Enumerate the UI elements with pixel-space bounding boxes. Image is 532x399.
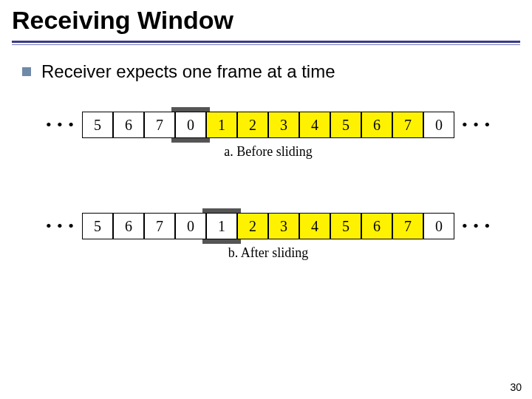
cell-value: 1 [218,218,225,235]
bullet-text: Receiver expects one frame at a time [41,61,335,82]
sequence-cell: 6 [113,213,144,239]
sequence-cell: 7 [144,213,175,239]
sequence-cell: 5 [82,213,113,239]
bullet-item: Receiver expects one frame at a time [22,61,514,82]
cell-value: 3 [280,117,287,134]
cell-value: 0 [187,117,194,134]
cell-value: 2 [249,218,256,235]
cell-value: 0 [435,117,443,134]
caption-b: b. After sliding [43,245,494,261]
sequence-cells-b: 567012345670 [82,208,454,244]
sequence-cell: 1 [206,213,237,239]
sequence-cell: 7 [392,213,423,239]
sequence-cell: 5 [330,112,361,138]
diagram-row-b: • • • 567012345670 • • • b. After slidin… [43,208,494,261]
diagram-row-a: • • • 567012345670 • • • a. Before slidi… [43,107,494,160]
page-number: 30 [510,381,522,393]
slide-title: Receiving Window [12,6,520,35]
cell-value: 1 [218,117,225,134]
cell-value: 6 [125,117,132,134]
sequence-cell: 2 [237,112,268,138]
sequence-cell: 4 [299,213,330,239]
cell-value: 5 [94,218,101,235]
cell-value: 5 [342,117,349,134]
diagram: • • • 567012345670 • • • a. Before slidi… [22,107,514,261]
sequence-cell: 7 [144,112,175,138]
sequence-cell: 0 [423,213,454,239]
sequence-cell: 0 [175,112,206,138]
cell-value: 2 [249,117,256,134]
sequence-cell: 0 [423,112,454,138]
cell-value: 0 [187,218,194,235]
sequence-cell: 3 [268,213,299,239]
rule-thick [12,41,520,43]
sequence-cell: 4 [299,112,330,138]
cell-value: 6 [373,117,381,134]
ellipsis-left-icon: • • • [43,115,78,134]
sequence-cell: 1 [206,112,237,138]
cell-value: 4 [311,117,318,134]
sequence-cell: 7 [392,112,423,138]
sequence-cell: 5 [82,112,113,138]
sequence-cell: 6 [113,112,144,138]
cell-value: 7 [156,218,163,235]
cell-value: 0 [435,218,443,235]
cell-value: 6 [125,218,132,235]
cell-value: 5 [342,218,349,235]
square-bullet-icon [22,67,31,76]
sequence-cell: 5 [330,213,361,239]
cell-value: 5 [94,117,101,134]
sequence-cell: 3 [268,112,299,138]
cell-value: 6 [373,218,381,235]
sequence-cells-a: 567012345670 [82,107,454,143]
sequence-cell: 0 [175,213,206,239]
cell-value: 7 [404,218,412,235]
cell-value: 7 [404,117,412,134]
sequence-cell: 6 [361,112,392,138]
ellipsis-right-icon: • • • [459,115,494,134]
ellipsis-right-icon: • • • [459,216,494,236]
cell-value: 4 [311,218,318,235]
cell-value: 7 [156,117,163,134]
caption-a: a. Before sliding [43,144,494,160]
cell-value: 3 [280,218,287,235]
sequence-cell: 2 [237,213,268,239]
ellipsis-left-icon: • • • [43,216,78,236]
sequence-cell: 6 [361,213,392,239]
